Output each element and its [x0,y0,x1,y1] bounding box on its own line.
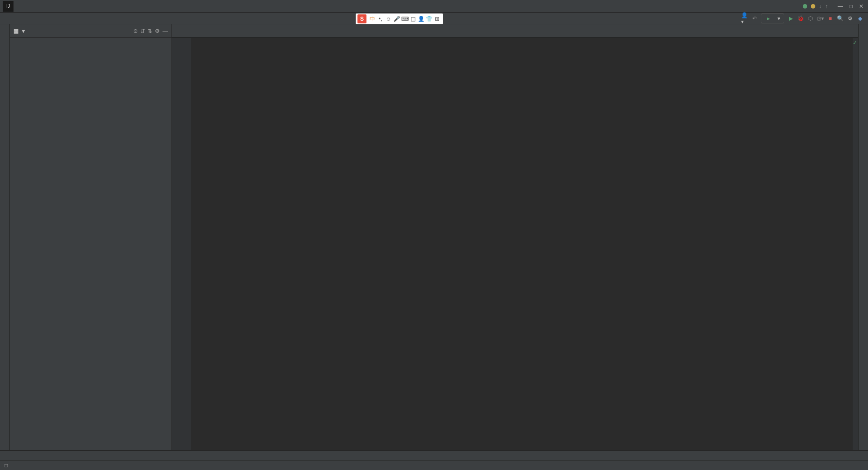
status-dot-icon [803,4,807,9]
run-button[interactable]: ▶ [787,15,794,22]
stop-button[interactable]: ■ [827,15,834,22]
project-icon: ▦ [14,28,18,34]
close-icon[interactable]: ✕ [859,3,863,9]
debug-button[interactable]: 🐞 [797,15,804,22]
ime-user-icon[interactable]: 👤 [417,15,425,23]
chevron-down-icon[interactable]: ▾ [22,28,25,34]
gutter [172,38,191,450]
ime-lang[interactable]: 中 [368,15,376,23]
toolbar: 👤▾ ↶ ▸ ▾ ▶ 🐞 ⬡ ◷▾ ■ 🔍 ⚙ ◆ [741,13,868,23]
collapse-all-icon[interactable]: ⇅ [148,28,152,34]
project-tree [10,38,172,450]
ime-voice-icon[interactable]: 🎤 [393,15,401,23]
editor-tabs [172,24,858,38]
net-up: ↑ [825,3,828,9]
status-icon: □ [5,462,8,469]
project-sidebar: ▦ ▾ ⊙ ⇵ ⇅ ⚙ — [10,24,172,450]
ime-logo-icon: S [357,14,366,23]
settings-icon[interactable]: ⚙ [155,28,160,34]
run-config-selector[interactable]: ▸ ▾ [761,13,784,23]
left-rail [0,24,10,450]
maximize-icon[interactable]: □ [850,3,853,9]
status-bar: □ [0,460,868,470]
ide-logo-icon: IJ [3,1,14,12]
status-dot-icon [811,4,815,9]
ime-tool-icon[interactable]: 👕 [425,15,433,23]
settings-icon[interactable]: ⚙ [846,15,854,22]
ime-menu-icon[interactable]: ⊞ [433,15,441,23]
code-area[interactable]: ✓ [172,38,858,450]
analysis-ok-icon: ✓ [853,40,857,46]
editor: ✓ [172,24,858,450]
ime-punct-icon[interactable]: •, [376,15,384,23]
tool-window-bar [0,450,868,460]
sidebar-header: ▦ ▾ ⊙ ⇵ ⇅ ⚙ — [10,24,172,38]
title-bar: IJ ↓ ↑ — □ ✕ [0,0,868,13]
titlebar-right: ↓ ↑ — □ ✕ [803,3,868,9]
right-rail [858,24,868,450]
ime-keyboard-icon[interactable]: ⌨ [401,15,409,23]
back-icon[interactable]: ↶ [751,15,758,22]
minimize-icon[interactable]: — [838,3,843,9]
chevron-down-icon: ▾ [778,15,780,22]
plugin-icon[interactable]: ◆ [856,15,863,22]
search-icon[interactable]: 🔍 [836,15,844,22]
ime-toolbar[interactable]: S 中 •, ☺ 🎤 ⌨ ◫ 👤 👕 ⊞ [356,13,443,24]
net-down: ↓ [819,3,822,9]
user-icon[interactable]: 👤▾ [741,15,748,22]
select-opened-icon[interactable]: ⊙ [133,28,138,34]
run-config-icon: ▸ [765,15,772,22]
error-stripe[interactable]: ✓ [853,38,858,450]
coverage-button[interactable]: ⬡ [807,15,814,22]
profile-button[interactable]: ◷▾ [817,15,824,22]
hide-icon[interactable]: — [163,28,168,34]
expand-all-icon[interactable]: ⇵ [140,28,145,34]
code-lines[interactable] [191,38,853,450]
ime-emoji-icon[interactable]: ☺ [384,15,393,23]
ime-skin-icon[interactable]: ◫ [409,15,417,23]
